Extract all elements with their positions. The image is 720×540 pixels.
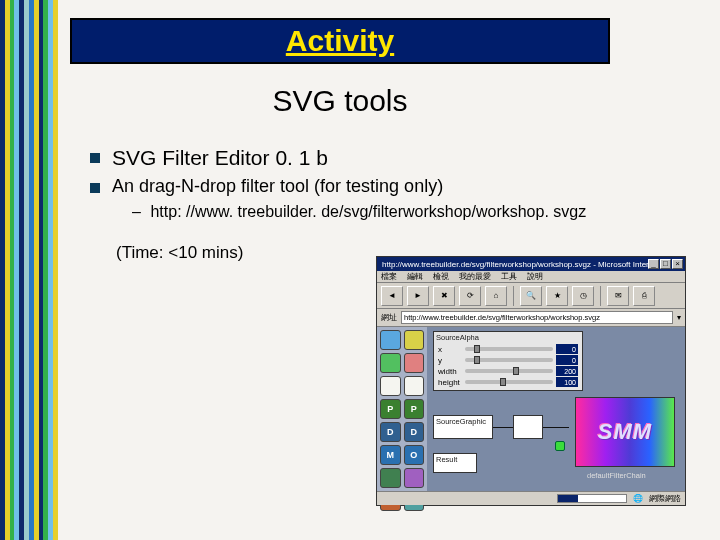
palette-button[interactable] [404,330,425,350]
side-stripes [0,0,58,540]
window-controls: _ □ × [648,259,683,269]
activity-banner: Activity [70,18,610,64]
star-icon: ★ [554,291,561,300]
progress-bar [557,494,627,503]
banner-title: Activity [286,24,394,58]
menu-item[interactable]: 檔案 [381,271,397,282]
output-port-icon[interactable] [555,441,565,451]
window-title: http://www.treebuilder.de/svg/filterwork… [382,260,648,269]
favorites-button[interactable]: ★ [546,286,568,306]
panel-title: SourceAlpha [434,332,582,343]
filter-node-middle[interactable] [513,415,543,439]
filter-node-source[interactable]: SourceGraphic [433,415,493,439]
slider-row: height 100 [438,377,578,387]
stop-icon: ✖ [441,291,448,300]
bullet-item: An drag-N-drop filter tool (for testing … [90,176,710,197]
palette-button[interactable]: P [380,399,401,419]
palette-button[interactable] [404,468,425,488]
tool-palette: P P D D M O [377,327,427,491]
window-titlebar: http://www.treebuilder.de/svg/filterwork… [377,257,685,271]
palette-button[interactable] [380,353,401,373]
palette-button[interactable] [380,376,401,396]
address-label: 網址 [381,312,397,323]
preview-box: SMM [575,397,675,467]
bullet-text: SVG Filter Editor 0. 1 b [112,146,328,170]
palette-button[interactable] [404,376,425,396]
slider-label: height [438,378,462,387]
palette-button[interactable]: D [404,422,425,442]
node-label: Result [436,455,457,464]
preview-text: SMM [598,419,652,445]
status-bar: 🌐 網際網路 [377,491,685,505]
menu-item[interactable]: 說明 [527,271,543,282]
mail-button[interactable]: ✉ [607,286,629,306]
workspace[interactable]: SourceAlpha x 0 y 0 width 200 heig [427,327,685,491]
filter-node-result[interactable]: Result [433,453,477,473]
node-label: SourceGraphic [436,417,486,426]
menu-item[interactable]: 我的最愛 [459,271,491,282]
mail-icon: ✉ [615,291,622,300]
toolbar-divider [513,286,514,306]
palette-button[interactable] [380,330,401,350]
minimize-button[interactable]: _ [648,259,659,269]
palette-button[interactable]: O [404,445,425,465]
bullet-link-text: http: //www. treebuilder. de/svg/filterw… [150,203,586,220]
slider-label: x [438,345,462,354]
refresh-icon: ⟳ [467,291,474,300]
slider-value: 0 [556,355,578,365]
palette-button[interactable]: M [380,445,401,465]
refresh-button[interactable]: ⟳ [459,286,481,306]
forward-button[interactable]: ► [407,286,429,306]
address-input[interactable]: http://www.treebuilder.de/svg/filterwork… [401,311,673,324]
dash-bullet-icon: – [132,203,146,221]
history-icon: ◷ [580,291,587,300]
bullet-list: SVG Filter Editor 0. 1 b An drag-N-drop … [90,146,710,221]
palette-button[interactable]: P [404,399,425,419]
back-button[interactable]: ◄ [381,286,403,306]
square-bullet-icon [90,183,100,193]
slide-subtitle: SVG tools [70,84,610,118]
menu-item[interactable]: 工具 [501,271,517,282]
toolbar-divider [600,286,601,306]
slider[interactable] [465,358,553,362]
palette-button[interactable] [380,468,401,488]
slider[interactable] [465,380,553,384]
bullet-text: An drag-N-drop filter tool (for testing … [112,176,443,197]
globe-icon: 🌐 [633,494,643,503]
home-button[interactable]: ⌂ [485,286,507,306]
menu-item[interactable]: 編輯 [407,271,423,282]
maximize-button[interactable]: □ [660,259,671,269]
print-icon: ⎙ [642,291,647,300]
slider-row: x 0 [438,344,578,354]
home-icon: ⌂ [494,291,499,300]
connection-wire [543,427,569,428]
arrow-left-icon: ◄ [388,291,396,300]
search-button[interactable]: 🔍 [520,286,542,306]
properties-panel: SourceAlpha x 0 y 0 width 200 heig [433,331,583,391]
print-button[interactable]: ⎙ [633,286,655,306]
history-button[interactable]: ◷ [572,286,594,306]
slider-row: width 200 [438,366,578,376]
stop-button[interactable]: ✖ [433,286,455,306]
bullet-sub-item: – http: //www. treebuilder. de/svg/filte… [132,203,710,221]
palette-button[interactable]: D [380,422,401,442]
close-button[interactable]: × [672,259,683,269]
address-value: http://www.treebuilder.de/svg/filterwork… [404,313,600,322]
toolbar: ◄ ► ✖ ⟳ ⌂ 🔍 ★ ◷ ✉ ⎙ [377,283,685,309]
slider-value: 100 [556,377,578,387]
slider[interactable] [465,369,553,373]
palette-button[interactable] [404,353,425,373]
search-icon: 🔍 [526,291,536,300]
chevron-down-icon[interactable]: ▾ [677,313,681,322]
browser-window: http://www.treebuilder.de/svg/filterwork… [376,256,686,506]
stripe [53,0,58,540]
app-canvas: P P D D M O SourceAlpha x 0 y [377,327,685,491]
menubar: 檔案 編輯 檢視 我的最愛 工具 說明 [377,271,685,283]
slider-label: width [438,367,462,376]
menu-item[interactable]: 檢視 [433,271,449,282]
slider[interactable] [465,347,553,351]
square-bullet-icon [90,153,100,163]
status-zone: 網際網路 [649,493,681,504]
address-bar: 網址 http://www.treebuilder.de/svg/filterw… [377,309,685,327]
bullet-item: SVG Filter Editor 0. 1 b [90,146,710,170]
